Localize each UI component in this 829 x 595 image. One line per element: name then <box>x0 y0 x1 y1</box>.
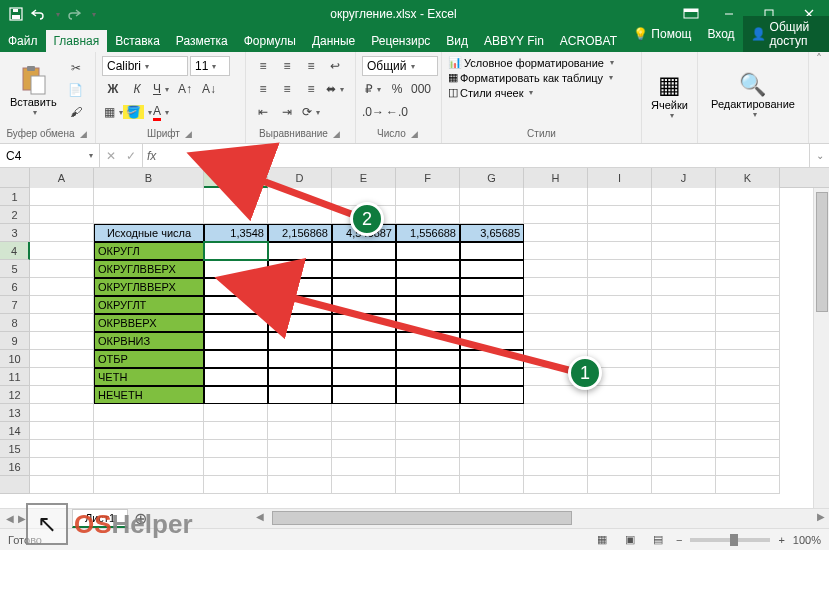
cell[interactable]: 1,556688 <box>396 224 460 242</box>
cell[interactable] <box>30 296 94 314</box>
undo-icon[interactable] <box>30 6 46 22</box>
cell[interactable] <box>94 404 204 422</box>
cell[interactable] <box>524 476 588 494</box>
cell[interactable] <box>588 404 652 422</box>
cell[interactable] <box>652 404 716 422</box>
cell[interactable] <box>332 296 396 314</box>
col-header-i[interactable]: I <box>588 168 652 188</box>
tab-acrobat[interactable]: ACROBAT <box>552 30 625 52</box>
tab-formulas[interactable]: Формулы <box>236 30 304 52</box>
cell[interactable] <box>524 404 588 422</box>
cell[interactable] <box>332 314 396 332</box>
cell[interactable] <box>588 296 652 314</box>
cell[interactable] <box>716 314 780 332</box>
cell[interactable] <box>332 458 396 476</box>
cell[interactable] <box>396 458 460 476</box>
cell[interactable]: Исходные числа <box>94 224 204 242</box>
view-page-break-icon[interactable]: ▤ <box>648 532 668 548</box>
row-header[interactable]: 4 <box>0 242 30 260</box>
sheet-nav-next-icon[interactable]: ▶ <box>18 513 26 524</box>
cell-styles-button[interactable]: ◫ Стили ячеек▾ <box>448 86 635 99</box>
row-header[interactable]: 11 <box>0 368 30 386</box>
cell[interactable]: ЧЕТН <box>94 368 204 386</box>
cell[interactable] <box>94 188 204 206</box>
cell[interactable] <box>588 332 652 350</box>
cell[interactable] <box>652 188 716 206</box>
cell[interactable] <box>460 386 524 404</box>
currency-icon[interactable]: ₽▾ <box>362 79 384 99</box>
align-left-icon[interactable]: ≡ <box>252 79 274 99</box>
font-launcher-icon[interactable]: ◢ <box>184 129 194 139</box>
cell[interactable] <box>652 296 716 314</box>
share-button[interactable]: 👤 Общий доступ <box>743 16 829 52</box>
cell[interactable] <box>268 206 332 224</box>
comma-icon[interactable]: 000 <box>410 79 432 99</box>
cell[interactable] <box>30 224 94 242</box>
cell[interactable] <box>588 368 652 386</box>
cell[interactable] <box>716 350 780 368</box>
cell[interactable]: ОКРУГЛ <box>94 242 204 260</box>
indent-out-icon[interactable]: ⇤ <box>252 102 274 122</box>
cell[interactable] <box>204 296 268 314</box>
cell[interactable] <box>588 440 652 458</box>
cell[interactable] <box>94 440 204 458</box>
cell[interactable] <box>716 386 780 404</box>
collapse-ribbon-icon[interactable]: ˄ <box>809 52 829 143</box>
cell[interactable] <box>30 242 94 260</box>
cell[interactable] <box>204 404 268 422</box>
col-header-g[interactable]: G <box>460 168 524 188</box>
cell[interactable] <box>652 368 716 386</box>
cell[interactable] <box>204 368 268 386</box>
cell[interactable] <box>268 476 332 494</box>
number-format-select[interactable]: Общий▾ <box>362 56 438 76</box>
fill-color-icon[interactable]: 🪣▾ <box>126 102 148 122</box>
cell[interactable] <box>524 242 588 260</box>
fx-icon[interactable]: fx <box>143 144 160 167</box>
tab-insert[interactable]: Вставка <box>107 30 168 52</box>
cell[interactable] <box>588 260 652 278</box>
percent-icon[interactable]: % <box>386 79 408 99</box>
decrease-decimal-icon[interactable]: ←.0 <box>386 102 408 122</box>
cell[interactable] <box>524 440 588 458</box>
cell[interactable] <box>652 206 716 224</box>
cell[interactable] <box>30 476 94 494</box>
orientation-icon[interactable]: ⟳▾ <box>300 102 322 122</box>
cell[interactable] <box>30 314 94 332</box>
cell[interactable] <box>332 242 396 260</box>
cell[interactable] <box>268 386 332 404</box>
underline-button[interactable]: Ч▾ <box>150 79 172 99</box>
cell[interactable] <box>94 206 204 224</box>
cell[interactable] <box>30 188 94 206</box>
cell[interactable] <box>396 206 460 224</box>
cell[interactable] <box>588 458 652 476</box>
format-as-table-button[interactable]: ▦ Форматировать как таблицу▾ <box>448 71 635 84</box>
cell[interactable] <box>94 476 204 494</box>
cell[interactable] <box>204 476 268 494</box>
cells-icon[interactable]: ▦ <box>658 71 681 99</box>
cell[interactable] <box>588 422 652 440</box>
cell[interactable] <box>396 260 460 278</box>
row-header[interactable]: 3 <box>0 224 30 242</box>
cell[interactable]: 1,3548 <box>204 224 268 242</box>
cell[interactable] <box>268 260 332 278</box>
col-header-j[interactable]: J <box>652 168 716 188</box>
cell[interactable] <box>204 188 268 206</box>
cell[interactable]: ОКРВНИЗ <box>94 332 204 350</box>
cell[interactable] <box>460 476 524 494</box>
cell[interactable] <box>652 386 716 404</box>
zoom-in-icon[interactable]: + <box>778 534 784 546</box>
col-header-a[interactable]: A <box>30 168 94 188</box>
clipboard-launcher-icon[interactable]: ◢ <box>78 129 88 139</box>
cell[interactable] <box>460 242 524 260</box>
font-decrease-icon[interactable]: A↓ <box>198 79 220 99</box>
name-box[interactable]: C4▾ <box>0 144 100 167</box>
editing-dropdown-icon[interactable]: ▾ <box>753 110 757 119</box>
cell[interactable] <box>460 422 524 440</box>
indent-in-icon[interactable]: ⇥ <box>276 102 298 122</box>
cell[interactable] <box>524 386 588 404</box>
cell[interactable]: 4,546887 <box>332 224 396 242</box>
align-top-icon[interactable]: ≡ <box>252 56 274 76</box>
cell[interactable] <box>332 476 396 494</box>
cell[interactable] <box>652 260 716 278</box>
cell[interactable] <box>716 404 780 422</box>
